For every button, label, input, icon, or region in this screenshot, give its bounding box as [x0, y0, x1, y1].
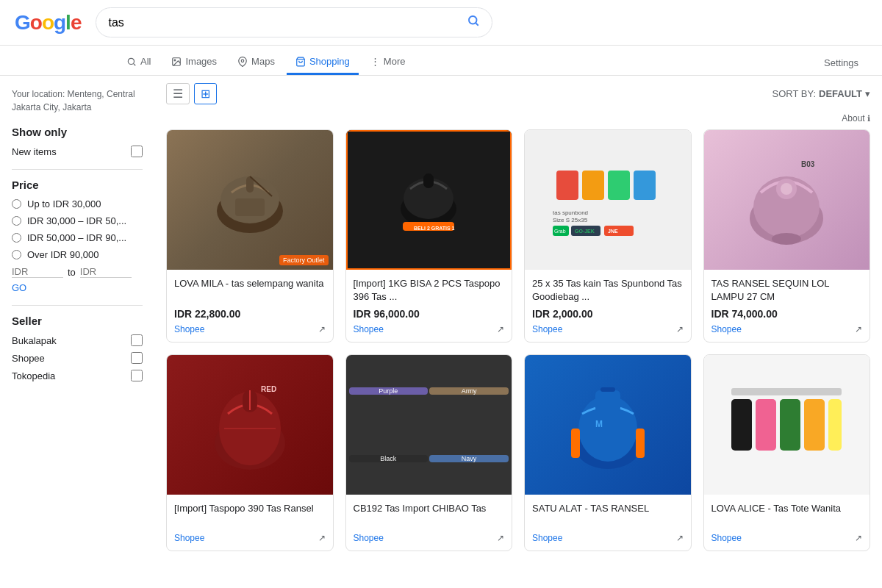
- seller-title: Seller: [12, 315, 143, 327]
- svg-line-3: [134, 63, 136, 65]
- price-radio-3[interactable]: [12, 233, 21, 243]
- tab-more[interactable]: ⋮ More: [362, 50, 415, 75]
- svg-rect-15: [423, 173, 434, 188]
- seller-tokopedia: Tokopedia: [12, 370, 143, 381]
- show-only-title: Show only: [12, 126, 143, 138]
- product-info-8: LOVA ALICE - Tas Tote Wanita Shopee ↗: [704, 495, 870, 551]
- external-link-3[interactable]: ↗: [676, 324, 684, 334]
- tab-images[interactable]: Images: [162, 50, 226, 75]
- product-image-6: Purple Army Black Navy: [346, 355, 512, 495]
- svg-rect-46: [636, 429, 645, 458]
- product-title-4: TAS RANSEL SEQUIN LOL LAMPU 27 CM: [711, 277, 863, 304]
- svg-rect-18: [556, 171, 578, 200]
- badge-1: Factory Outlet: [279, 255, 329, 265]
- seller-shopee-checkbox[interactable]: [131, 352, 143, 364]
- external-link-8[interactable]: ↗: [855, 533, 862, 543]
- svg-text:Grab: Grab: [554, 229, 566, 234]
- product-image-3: tas spunbond Size S 25x35 GO-JEK JNE Gra…: [525, 130, 691, 270]
- new-items-checkbox[interactable]: [131, 146, 143, 157]
- seller-tokopedia-checkbox[interactable]: [131, 370, 143, 381]
- product-title-6: CB192 Tas Import CHIBAO Tas: [354, 502, 505, 528]
- external-link-6[interactable]: ↗: [497, 533, 504, 543]
- svg-point-5: [175, 60, 176, 61]
- view-options: ☰ ⊞: [166, 83, 217, 104]
- product-image-7: M: [525, 355, 691, 495]
- price-to-input[interactable]: [80, 266, 132, 278]
- external-link-1[interactable]: ↗: [318, 324, 326, 334]
- external-link-4[interactable]: ↗: [855, 324, 862, 334]
- svg-rect-45: [571, 429, 580, 458]
- search-input[interactable]: [108, 16, 461, 29]
- svg-rect-50: [780, 399, 800, 451]
- product-seller-5: Shopee ↗: [174, 533, 326, 543]
- external-link-5[interactable]: ↗: [318, 533, 326, 543]
- svg-text:JNE: JNE: [608, 229, 618, 234]
- product-price-1: IDR 22,800.00: [174, 308, 326, 320]
- seller-bukalapak: Bukalapak: [12, 334, 143, 346]
- product-card-1[interactable]: Factory Outlet LOVA MILA - tas selempang…: [166, 129, 334, 343]
- settings-link[interactable]: Settings: [815, 51, 867, 74]
- price-radio-2[interactable]: [12, 216, 21, 226]
- product-info-6: CB192 Tas Import CHIBAO Tas Shopee ↗: [346, 495, 512, 551]
- seller-section: Seller Bukalapak Shopee Tokopedia: [12, 315, 143, 381]
- svg-rect-48: [731, 399, 752, 451]
- price-section: Price Up to IDR 30,000 IDR 30,000 – IDR …: [12, 179, 143, 293]
- product-card-6[interactable]: Purple Army Black Navy CB192 Tas Import …: [345, 354, 513, 551]
- divider-2: [12, 305, 143, 306]
- price-radio-1[interactable]: [12, 199, 21, 209]
- product-title-7: SATU ALAT - TAS RANSEL: [532, 502, 684, 528]
- external-link-2[interactable]: ↗: [497, 324, 504, 334]
- svg-text:BELI 2   GRATIS 1: BELI 2 GRATIS 1: [414, 226, 455, 231]
- about-link[interactable]: About: [842, 113, 864, 123]
- seller-bukalapak-checkbox[interactable]: [131, 334, 143, 346]
- product-price-4: IDR 74,000.00: [711, 308, 863, 320]
- product-seller-8: Shopee ↗: [711, 533, 863, 543]
- about-area: About ℹ: [166, 113, 870, 123]
- svg-point-35: [772, 233, 801, 245]
- show-only-section: Show only New items: [12, 126, 143, 157]
- info-icon: ℹ: [867, 114, 870, 123]
- product-card-2[interactable]: BELI 2 GRATIS 1 [Import] 1KG BISA 2 PCS …: [345, 129, 513, 343]
- product-image-8: [704, 355, 870, 495]
- price-go-button[interactable]: GO: [12, 282, 143, 293]
- product-title-8: LOVA ALICE - Tas Tote Wanita: [711, 502, 863, 528]
- price-radio-4[interactable]: [12, 250, 21, 259]
- tab-maps[interactable]: Maps: [229, 50, 284, 75]
- product-card-7[interactable]: M SATU ALAT - TAS RANSEL Shopee ↗: [524, 354, 692, 551]
- nav-tabs: All Images Maps Shopping ⋮ More Settings: [0, 46, 882, 76]
- chevron-down-icon: ▾: [865, 88, 870, 99]
- search-button[interactable]: [467, 14, 480, 31]
- content-header: ☰ ⊞ SORT BY: DEFAULT ▾: [166, 83, 870, 104]
- sort-by-dropdown[interactable]: SORT BY: DEFAULT ▾: [772, 88, 870, 99]
- svg-text:Size S 25x35: Size S 25x35: [553, 217, 588, 223]
- header: Google: [0, 0, 882, 46]
- product-title-5: [Import] Taspopo 390 Tas Ransel: [174, 502, 326, 528]
- svg-rect-43: [595, 390, 620, 412]
- product-seller-3: Shopee ↗: [532, 324, 684, 334]
- product-seller-2: Shopee ↗: [354, 324, 505, 334]
- tab-all[interactable]: All: [118, 50, 159, 75]
- location-info: Your location: Menteng, Central Jakarta …: [12, 87, 143, 114]
- tab-shopping[interactable]: Shopping: [287, 50, 359, 75]
- svg-rect-20: [608, 171, 630, 200]
- external-link-7[interactable]: ↗: [676, 533, 684, 543]
- content-area: ☰ ⊞ SORT BY: DEFAULT ▾ About ℹ: [154, 76, 882, 559]
- sidebar: Your location: Menteng, Central Jakarta …: [0, 76, 154, 559]
- product-card-4[interactable]: B03 TAS RANSEL SEQUIN LOL LAMPU 27 CM ID…: [703, 129, 871, 343]
- svg-text:M: M: [595, 419, 603, 429]
- google-logo[interactable]: Google: [15, 11, 81, 35]
- seller-shopee: Shopee: [12, 352, 143, 364]
- svg-rect-21: [634, 171, 656, 200]
- new-items-filter: New items: [12, 146, 143, 157]
- product-title-2: [Import] 1KG BISA 2 PCS Taspopo 396 Tas …: [354, 277, 505, 304]
- svg-rect-51: [804, 399, 825, 451]
- price-from-input[interactable]: [12, 266, 63, 278]
- grid-view-button[interactable]: ⊞: [194, 83, 217, 104]
- product-price-3: IDR 2,000.00: [532, 308, 684, 320]
- product-card-8[interactable]: LOVA ALICE - Tas Tote Wanita Shopee ↗: [703, 354, 871, 551]
- svg-rect-19: [582, 171, 604, 200]
- product-card-3[interactable]: tas spunbond Size S 25x35 GO-JEK JNE Gra…: [524, 129, 692, 343]
- list-view-button[interactable]: ☰: [166, 83, 190, 104]
- svg-text:RED: RED: [261, 385, 276, 393]
- product-card-5[interactable]: RED [Import] Taspopo 390 Tas Ransel Shop…: [166, 354, 334, 551]
